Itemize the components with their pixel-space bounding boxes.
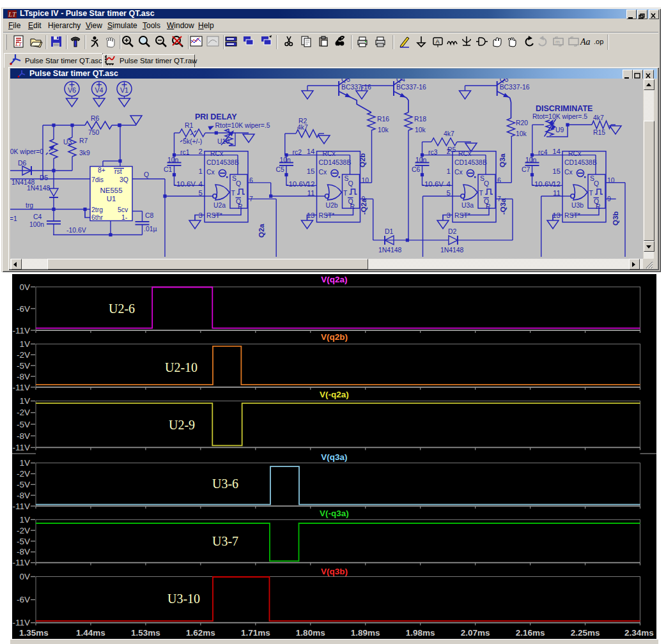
svg-text:10k: 10k bbox=[415, 126, 426, 134]
svg-text:Q: Q bbox=[144, 171, 149, 178]
svg-text:RCx: RCx bbox=[323, 150, 336, 157]
svg-text:U2b: U2b bbox=[326, 202, 338, 209]
svg-text:U3-7: U3-7 bbox=[212, 534, 238, 548]
svg-text:BC337-16: BC337-16 bbox=[500, 84, 530, 91]
svg-text:R18: R18 bbox=[414, 116, 426, 123]
svg-text:Cx: Cx bbox=[319, 169, 328, 176]
svg-text:R6: R6 bbox=[91, 115, 100, 122]
svg-text:Rtot=10K wiper=.5: Rtot=10K wiper=.5 bbox=[215, 122, 270, 129]
svg-text:CD14538B: CD14538B bbox=[564, 159, 597, 166]
svg-text:1.71ms: 1.71ms bbox=[241, 628, 270, 638]
svg-text:5cv: 5cv bbox=[118, 206, 128, 213]
svg-text:T: T bbox=[589, 190, 594, 197]
svg-text:RST*: RST* bbox=[564, 212, 580, 219]
svg-text:R: R bbox=[486, 203, 491, 210]
svg-text:Rtot=10K wiper=.5: Rtot=10K wiper=.5 bbox=[532, 113, 587, 120]
svg-text:1-: 1- bbox=[121, 214, 127, 221]
svg-text:C8: C8 bbox=[145, 212, 154, 219]
svg-text:-5V: -5V bbox=[17, 480, 30, 489]
svg-text:D6: D6 bbox=[18, 160, 27, 167]
svg-text:-10.6V: -10.6V bbox=[532, 180, 554, 188]
svg-text:LT: LT bbox=[15, 41, 22, 47]
svg-text:D5: D5 bbox=[40, 174, 49, 181]
svg-text:-11V: -11V bbox=[12, 618, 30, 627]
svg-text:R: R bbox=[596, 203, 601, 210]
svg-text:1N4148: 1N4148 bbox=[27, 185, 50, 192]
svg-text:6thr: 6thr bbox=[91, 214, 103, 221]
svg-text:Cx: Cx bbox=[206, 169, 215, 176]
svg-text:1: 1 bbox=[447, 167, 451, 175]
svg-text:1: 1 bbox=[199, 167, 203, 175]
svg-text:-2V: -2V bbox=[17, 526, 30, 535]
svg-text:RST*: RST* bbox=[454, 212, 470, 219]
svg-text:Q: Q bbox=[348, 180, 353, 187]
svg-text:-10.6V: -10.6V bbox=[174, 180, 196, 188]
svg-text:-11V: -11V bbox=[12, 443, 30, 452]
svg-text:750: 750 bbox=[88, 129, 100, 136]
svg-text:RST*: RST* bbox=[206, 212, 222, 219]
svg-text:1.80ms: 1.80ms bbox=[296, 628, 325, 638]
svg-text:Q4: Q4 bbox=[396, 79, 405, 83]
svg-text:1V: 1V bbox=[19, 515, 30, 525]
svg-text:0V: 0V bbox=[19, 282, 30, 292]
svg-text:1.89ms: 1.89ms bbox=[351, 628, 380, 638]
svg-text:-11V: -11V bbox=[12, 326, 30, 335]
svg-text:1.44ms: 1.44ms bbox=[76, 628, 105, 638]
svg-text:Pulse Star timer QT.asc: Pulse Star timer QT.asc bbox=[25, 57, 102, 65]
svg-text:BC337-16: BC337-16 bbox=[341, 84, 371, 91]
svg-text:R7: R7 bbox=[79, 137, 88, 144]
svg-text:D2: D2 bbox=[448, 228, 457, 235]
svg-text:-10.6V: -10.6V bbox=[286, 180, 308, 188]
svg-text:D1: D1 bbox=[385, 228, 394, 235]
svg-text:NE555: NE555 bbox=[100, 187, 122, 194]
svg-text:RCx: RCx bbox=[568, 150, 582, 157]
svg-text:2.07ms: 2.07ms bbox=[461, 628, 490, 638]
svg-text:4k7: 4k7 bbox=[593, 114, 604, 121]
svg-text:2.25ms: 2.25ms bbox=[571, 628, 600, 638]
svg-text:-8V: -8V bbox=[17, 372, 30, 381]
svg-text:-11V: -11V bbox=[12, 383, 30, 392]
svg-text:U2a: U2a bbox=[213, 202, 226, 209]
svg-text:15: 15 bbox=[552, 167, 561, 175]
svg-text:1N4148: 1N4148 bbox=[378, 247, 402, 254]
svg-text:R: R bbox=[350, 203, 355, 210]
svg-text:U3-6: U3-6 bbox=[212, 477, 238, 491]
svg-text:8+: 8+ bbox=[98, 167, 105, 174]
svg-text:U3b: U3b bbox=[571, 202, 584, 209]
svg-text:Q5: Q5 bbox=[341, 79, 350, 83]
svg-text:m: m bbox=[555, 39, 560, 45]
svg-text:V4: V4 bbox=[95, 86, 103, 94]
svg-text:-11V: -11V bbox=[12, 558, 30, 567]
svg-text:Q3: Q3 bbox=[500, 79, 509, 83]
svg-text:rc1: rc1 bbox=[180, 149, 190, 156]
svg-text:14: 14 bbox=[307, 148, 315, 155]
svg-text:4: 4 bbox=[447, 180, 451, 188]
svg-text:Cx: Cx bbox=[454, 169, 463, 176]
svg-text:-10.6V: -10.6V bbox=[422, 180, 444, 188]
svg-text:R16: R16 bbox=[377, 116, 389, 123]
svg-text:R1: R1 bbox=[185, 122, 194, 129]
svg-text:R20: R20 bbox=[516, 119, 528, 126]
svg-text:Q3b: Q3b bbox=[612, 211, 619, 226]
svg-text:7dis: 7dis bbox=[91, 176, 104, 183]
svg-text:T: T bbox=[479, 190, 484, 197]
svg-text:-2V: -2V bbox=[17, 469, 30, 479]
svg-text:rst: rst bbox=[114, 168, 122, 175]
svg-text:Q2a: Q2a bbox=[258, 224, 265, 238]
svg-text:V(q3b): V(q3b) bbox=[321, 567, 348, 576]
svg-text:14: 14 bbox=[552, 148, 561, 155]
svg-text:-Q3a: -Q3a bbox=[499, 198, 507, 215]
svg-text:2: 2 bbox=[199, 148, 203, 155]
svg-text:U3-10: U3-10 bbox=[167, 592, 200, 606]
svg-text:CD14538B: CD14538B bbox=[319, 159, 352, 166]
svg-text:C6: C6 bbox=[412, 166, 421, 173]
svg-text:2trg: 2trg bbox=[91, 206, 103, 213]
svg-text:C5: C5 bbox=[276, 166, 285, 173]
svg-text:Q2b: Q2b bbox=[359, 153, 366, 167]
svg-text:U2-10: U2-10 bbox=[165, 360, 197, 374]
svg-text:.01µ: .01µ bbox=[144, 226, 157, 233]
svg-text:-11V: -11V bbox=[12, 502, 30, 511]
svg-text:3k9: 3k9 bbox=[79, 150, 90, 157]
svg-text:rc4: rc4 bbox=[538, 149, 548, 156]
svg-text:-6V: -6V bbox=[17, 304, 30, 314]
